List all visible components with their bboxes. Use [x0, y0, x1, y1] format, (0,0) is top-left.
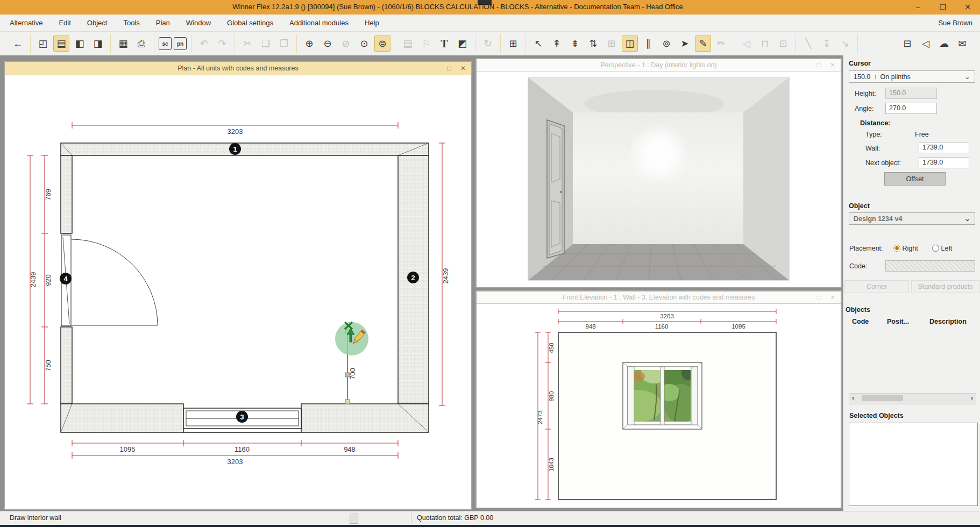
scrollbar-thumb[interactable] — [862, 395, 903, 401]
paste-icon: ❐ — [276, 35, 292, 52]
chevron-down-icon: ⌄ — [964, 215, 970, 223]
menu-item-edit[interactable]: Edit — [59, 19, 70, 27]
wall-marker-2[interactable]: 2 — [411, 274, 415, 282]
elevation-view-icon[interactable]: ▤ — [53, 35, 69, 52]
back-icon[interactable]: ← — [10, 35, 26, 52]
plan-canvas[interactable]: 3203 2439 769 920 750 2439 1095 1160 948… — [5, 75, 471, 509]
objects-h-scrollbar[interactable]: ‹ › — [849, 393, 976, 404]
menu-item-plan[interactable]: Plan — [156, 19, 170, 27]
perspective-canvas[interactable] — [477, 72, 841, 287]
parallel-walls-icon[interactable]: ∥ — [640, 35, 656, 52]
perspective-maximize-icon[interactable]: □ — [812, 59, 826, 71]
next-object-field[interactable]: 1739.0 — [919, 157, 969, 168]
wall-direction-icon[interactable]: ◫ — [622, 35, 638, 52]
menu-item-additional-modules[interactable]: Additional modules — [289, 19, 349, 27]
close-button[interactable]: ✕ — [955, 0, 980, 15]
zoom-extents-icon[interactable]: ⊜ — [374, 35, 390, 52]
objects-col-description[interactable]: Description — [929, 318, 967, 325]
placement-right-option[interactable]: Right — [893, 245, 918, 252]
perspective-window-titlebar[interactable]: Perspective - 1 : Day (interior lights o… — [477, 59, 841, 72]
wall-bottom-right[interactable] — [301, 404, 429, 432]
cursor-section-heading: Cursor — [849, 60, 871, 67]
menu-item-global-settings[interactable]: Global settings — [227, 19, 273, 27]
draw-cursor[interactable] — [335, 322, 368, 355]
maximize-button[interactable]: ❐ — [931, 0, 955, 15]
wall-marker-3[interactable]: 3 — [240, 413, 244, 421]
selected-objects-box[interactable] — [849, 423, 978, 506]
folder-icon[interactable]: ⊟ — [899, 35, 915, 52]
measure-tape-icon[interactable]: ⊚ — [658, 35, 674, 52]
plan-close-icon[interactable]: ✕ — [456, 62, 470, 75]
megaphone-icon[interactable]: ◁ — [918, 35, 934, 52]
wall-top[interactable] — [61, 143, 429, 155]
corner-button[interactable]: Corner — [844, 280, 909, 293]
objects-col-position[interactable]: Posit... — [887, 318, 909, 325]
height-field[interactable]: 150.0 — [885, 88, 937, 99]
menu-item-alternative[interactable]: Alternative — [10, 19, 42, 27]
status-grip[interactable] — [350, 514, 358, 524]
placement-left-option[interactable]: Left — [932, 245, 952, 252]
perspective-view-icon[interactable]: ◨ — [90, 35, 106, 52]
cursor-mode-select[interactable]: 150.0 ↑ On plinths ⌄ — [849, 70, 975, 83]
calculator-icon[interactable]: ⊞ — [505, 35, 521, 52]
menu-item-object[interactable]: Object — [87, 19, 108, 27]
objects-table-body[interactable] — [849, 327, 975, 391]
radio-right-icon[interactable] — [893, 245, 900, 252]
elevation-close-icon[interactable]: ✕ — [826, 291, 840, 303]
mail-icon[interactable]: ✉ — [954, 35, 970, 52]
wall-snap-start-icon[interactable]: ⇞ — [549, 35, 565, 52]
radio-left-icon[interactable] — [932, 245, 939, 252]
plan-window[interactable]: Plan - All units with codes and measures… — [4, 61, 472, 510]
menu-item-window[interactable]: Window — [186, 19, 211, 27]
plan-elevation-view-icon[interactable]: ◧ — [72, 35, 88, 52]
plan-window-titlebar[interactable]: Plan - All units with codes and measures… — [5, 62, 471, 75]
print-icon[interactable]: ⎙ — [133, 35, 150, 52]
scroll-left-icon[interactable]: ‹ — [852, 394, 854, 402]
perspective-window[interactable]: Perspective - 1 : Day (interior lights o… — [475, 58, 842, 288]
objects-col-code[interactable]: Code — [852, 318, 869, 325]
wall-snap-mid-icon[interactable]: ⇟ — [567, 35, 583, 52]
menu-item-tools[interactable]: Tools — [123, 19, 139, 27]
sc-document-icon[interactable]: sc — [159, 37, 172, 50]
colour-fill-icon[interactable]: ◩ — [455, 35, 471, 52]
wall-left-lower[interactable] — [61, 327, 72, 404]
standard-products-button[interactable]: Standard products — [911, 280, 979, 293]
pn-document-icon[interactable]: pn — [174, 37, 187, 50]
elevation-window-titlebar[interactable]: Front Elevation - 1 : Wall - 3, Elevatio… — [477, 291, 841, 304]
code-field[interactable] — [885, 260, 975, 272]
toolbar-group: scpn — [154, 34, 191, 53]
plan-view-icon[interactable]: ◰ — [35, 35, 51, 52]
menu-item-help[interactable]: Help — [365, 19, 379, 27]
wall-distance-field[interactable]: 1739.0 — [919, 142, 969, 153]
angle-field[interactable]: 270.0 — [885, 103, 937, 114]
elevation-window[interactable]: Front Elevation - 1 : Wall - 3, Elevatio… — [475, 290, 842, 508]
object-select[interactable]: Design 1234 v4 ⌄ — [849, 212, 975, 225]
zoom-in-icon[interactable]: ⊕ — [301, 35, 317, 52]
wall-marker-4[interactable]: 4 — [63, 275, 68, 283]
perspective-window-title: Perspective - 1 : Day (interior lights o… — [600, 61, 716, 69]
elevation-canvas[interactable]: 3203 948 1160 1095 2473 450 980 1043 — [477, 304, 841, 508]
pointer-black-icon[interactable]: ➤ — [677, 35, 693, 52]
zoom-out-icon[interactable]: ⊖ — [319, 35, 336, 52]
zoom-objects-icon[interactable]: ⊙ — [356, 35, 372, 52]
text-icon[interactable]: T — [436, 35, 452, 52]
minimize-button[interactable]: – — [906, 0, 931, 15]
wall-left-upper[interactable] — [61, 155, 72, 233]
elev-dim-top-total: 3203 — [660, 313, 674, 319]
scroll-right-icon[interactable]: › — [971, 394, 973, 402]
wall-snap-free-icon[interactable]: ⇅ — [585, 35, 601, 52]
elevation-window-unit[interactable] — [614, 362, 702, 429]
wall-bottom-left[interactable] — [61, 404, 183, 432]
select-pointer-icon[interactable]: ↖ — [530, 35, 546, 52]
offset-button[interactable]: Offset — [884, 172, 946, 186]
wall-marker-1[interactable]: 1 — [233, 145, 237, 153]
plan-door[interactable] — [61, 235, 158, 326]
menu-bar: AlternativeEditObjectToolsPlanWindowGlob… — [0, 15, 980, 32]
draw-wall-pencil-icon[interactable]: ✎ — [695, 35, 711, 52]
perspective-close-icon[interactable]: ✕ — [826, 59, 840, 71]
plan-maximize-icon[interactable]: □ — [442, 62, 456, 75]
toolbar-group: ⊞ — [501, 34, 526, 53]
save-icon[interactable]: ▦ — [115, 35, 131, 52]
elevation-maximize-icon[interactable]: □ — [812, 291, 826, 303]
cloud-chat-icon[interactable]: ☁ — [936, 35, 952, 52]
